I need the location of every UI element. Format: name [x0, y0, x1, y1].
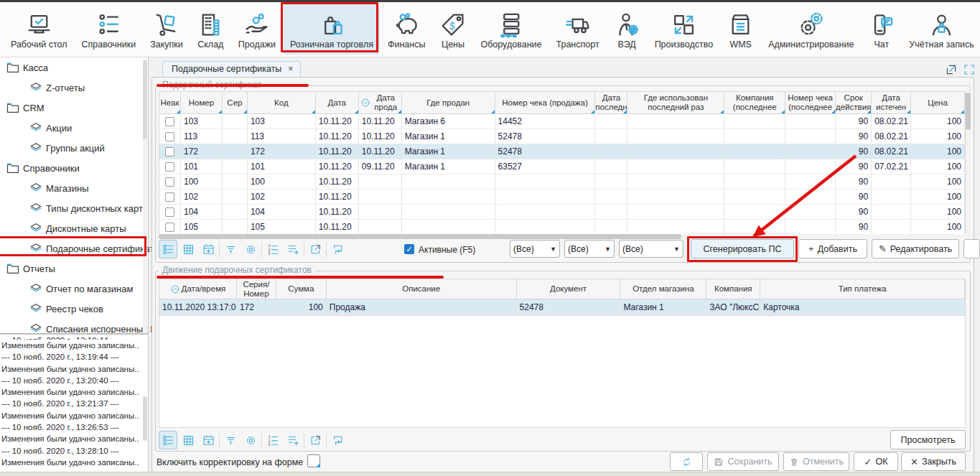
- tab-close-icon[interactable]: ×: [288, 64, 293, 78]
- row-checkbox[interactable]: [165, 177, 174, 187]
- list-view-icon-button[interactable]: [159, 431, 177, 449]
- close-button[interactable]: ✕Закрыть: [901, 452, 966, 471]
- ribbon-item-transport[interactable]: Транспорт: [550, 4, 606, 55]
- row-checkbox[interactable]: [165, 132, 174, 141]
- cancel-button[interactable]: Отменить: [783, 452, 849, 471]
- column-header[interactable]: Срок действия: [836, 92, 872, 113]
- numlist-view-icon-button[interactable]: 123: [263, 240, 282, 258]
- row-checkbox[interactable]: [165, 117, 174, 126]
- ribbon-item-account[interactable]: Учётная запись: [902, 4, 980, 55]
- sidebar-item[interactable]: Z-отчеты: [0, 78, 148, 98]
- sidebar-item[interactable]: Акции: [0, 118, 148, 138]
- column-header[interactable]: Документ: [517, 279, 621, 299]
- ribbon-item-administration[interactable]: Администрирование: [762, 4, 860, 55]
- funnel-view-icon-button[interactable]: [221, 240, 240, 258]
- export-view-icon-button[interactable]: [306, 240, 325, 258]
- column-header[interactable]: Компания: [706, 279, 760, 299]
- column-header[interactable]: Серия/Номер: [237, 279, 276, 299]
- list-view-icon-button[interactable]: [159, 240, 177, 258]
- table-row[interactable]: 10.11.2020 13:17:02172100Продажа52478Маг…: [159, 299, 965, 315]
- table-row[interactable]: 10310310.11.2010.11.20Магазин 6144529008…: [159, 114, 965, 129]
- gear-view-icon-button[interactable]: [241, 240, 260, 258]
- column-header[interactable]: Сер: [223, 92, 248, 113]
- cert-table-hscroll-thumb[interactable]: [159, 234, 681, 239]
- sidebar-item[interactable]: CRM: [0, 98, 148, 118]
- column-header[interactable]: Код: [248, 92, 316, 113]
- column-header[interactable]: Цена: [911, 92, 965, 113]
- edit-button[interactable]: ✎Редактировать: [872, 239, 959, 258]
- column-header[interactable]: Тип платежа: [760, 279, 965, 299]
- sidebar-tree-scroll-thumb[interactable]: [143, 60, 147, 139]
- refresh-button[interactable]: [670, 452, 703, 471]
- cert-table-vscroll-thumb[interactable]: [966, 93, 971, 130]
- column-header[interactable]: Где продан: [402, 92, 495, 113]
- column-header[interactable]: Где использован последний раз: [627, 92, 724, 113]
- sidebar-item[interactable]: Касса: [0, 57, 148, 78]
- filter-select-2[interactable]: (Все)▼: [564, 240, 615, 258]
- ribbon-item-wms[interactable]: WMS: [721, 4, 760, 55]
- view-button[interactable]: Просмотреть: [890, 430, 966, 449]
- grid-view-icon-button[interactable]: [179, 431, 197, 449]
- sidebar-item[interactable]: Группы акций: [0, 138, 148, 158]
- ok-button[interactable]: ✓ОК: [854, 452, 898, 471]
- filter-select-3[interactable]: (Все)▼: [619, 240, 683, 258]
- column-header[interactable]: Сумма: [276, 279, 327, 299]
- filter-select-1[interactable]: (Все)▼: [510, 240, 560, 258]
- ribbon-item-equipment[interactable]: Оборудование: [474, 4, 548, 55]
- row-checkbox[interactable]: [165, 147, 174, 157]
- cal-view-icon-button[interactable]: [199, 240, 218, 258]
- refresh-view-icon-button[interactable]: [328, 240, 347, 258]
- ribbon-item-prices[interactable]: $Цены: [433, 4, 472, 55]
- fullscreen-icon[interactable]: [963, 63, 976, 76]
- ribbon-item-chat[interactable]: Чат: [862, 4, 901, 55]
- gear-view-icon-button[interactable]: [241, 431, 260, 449]
- column-header[interactable]: Дата истечен: [872, 92, 911, 113]
- column-header[interactable]: Описание: [327, 279, 517, 299]
- column-header[interactable]: Дата последн: [595, 92, 627, 113]
- row-checkbox[interactable]: [165, 192, 174, 202]
- table-row[interactable]: 11311310.11.2010.11.20Магазин 1524789008…: [159, 129, 965, 144]
- refresh-view-icon-button[interactable]: [328, 431, 347, 449]
- column-header[interactable]: Номер: [181, 92, 223, 113]
- column-header[interactable]: Дата/время: [159, 279, 237, 299]
- numlist-view-icon-button[interactable]: 123: [263, 431, 282, 449]
- sidebar-item[interactable]: Справочники: [0, 158, 148, 178]
- clipped-button[interactable]: [963, 239, 980, 258]
- sidebar-item[interactable]: Дисконтные карты: [0, 218, 148, 238]
- listadd-view-icon-button[interactable]: [284, 240, 302, 258]
- ribbon-item-desktop[interactable]: Рабочий стол: [4, 4, 73, 55]
- row-checkbox[interactable]: [165, 223, 174, 232]
- active-filter-checkbox[interactable]: ✓: [404, 244, 414, 254]
- ribbon-item-purchases[interactable]: Закупки: [144, 4, 190, 55]
- grid-view-icon-button[interactable]: [179, 240, 197, 258]
- tab-gift-certificates[interactable]: Подарочные сертификаты ×: [162, 61, 301, 78]
- column-header[interactable]: Номер чека (продажа): [495, 92, 596, 113]
- ribbon-item-foreign-trade[interactable]: ВЭД: [607, 4, 647, 55]
- sidebar-log-scroll-thumb[interactable]: [143, 396, 147, 441]
- save-button[interactable]: Сохранить: [707, 452, 779, 471]
- sidebar-item[interactable]: Отчет по магазинам: [0, 279, 148, 299]
- column-header[interactable]: Неак: [159, 92, 181, 113]
- row-checkbox[interactable]: [165, 162, 174, 172]
- row-checkbox[interactable]: [165, 207, 174, 217]
- column-header[interactable]: Отдел магазина: [620, 279, 706, 299]
- funnel-view-icon-button[interactable]: [221, 431, 240, 449]
- cal-view-icon-button[interactable]: [199, 431, 218, 449]
- enable-correction-checkbox[interactable]: [307, 454, 320, 467]
- ribbon-item-finance[interactable]: Финансы: [381, 4, 431, 55]
- sidebar-item[interactable]: Реестр чеков: [0, 299, 148, 319]
- column-header[interactable]: Дата: [316, 92, 359, 113]
- sidebar-item[interactable]: Подарочные сертификаты: [0, 238, 148, 258]
- sidebar-item[interactable]: Отчеты: [0, 258, 148, 279]
- listadd-view-icon-button[interactable]: [284, 431, 302, 449]
- sidebar-item[interactable]: Типы дисконтных карт: [0, 198, 148, 218]
- ribbon-item-retail[interactable]: Розничная торговля: [284, 4, 380, 55]
- open-in-window-icon[interactable]: [945, 63, 958, 76]
- column-header[interactable]: Компания (последнее: [724, 92, 785, 113]
- ribbon-item-production[interactable]: Производство: [648, 4, 720, 55]
- export-view-icon-button[interactable]: [306, 431, 325, 449]
- column-header[interactable]: Дата прода: [359, 92, 402, 113]
- ribbon-item-dictionaries[interactable]: Справочники: [75, 4, 142, 55]
- sidebar-item[interactable]: Магазины: [0, 178, 148, 198]
- ribbon-item-warehouse[interactable]: Склад: [191, 4, 230, 55]
